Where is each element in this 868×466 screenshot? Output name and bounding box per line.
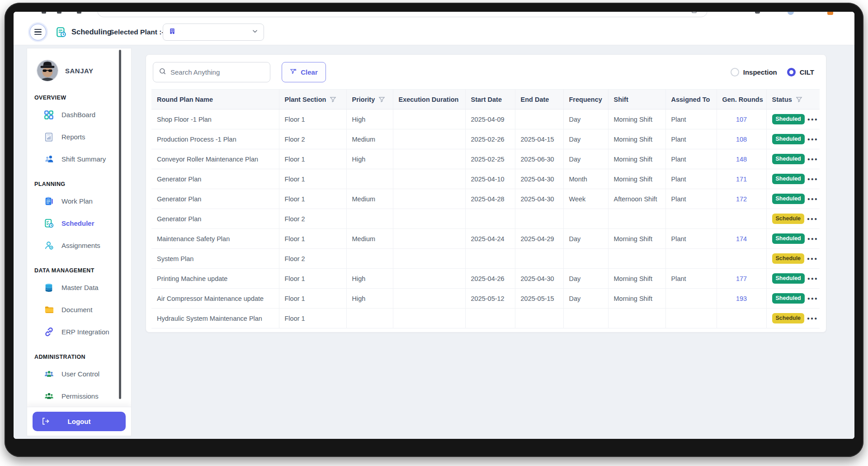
filter-icon[interactable]: [378, 96, 385, 103]
radio-cilt[interactable]: CILT: [787, 68, 814, 76]
sidebar-item-master-data[interactable]: Master Data: [27, 276, 131, 299]
sidebar-item-work-plan[interactable]: Work Plan: [27, 190, 131, 212]
sidebar-item-permissions[interactable]: Permissions: [27, 385, 131, 407]
column-header-label: Status: [772, 96, 792, 103]
cell-duration: [393, 129, 465, 149]
row-actions-button[interactable]: ●●●: [804, 256, 818, 261]
row-actions-button[interactable]: ●●●: [804, 316, 818, 321]
reports-icon: [43, 132, 54, 143]
status-badge[interactable]: Schedule: [772, 253, 805, 264]
cell-start: 2025-04-10: [465, 169, 515, 189]
gen-rounds-link[interactable]: 171: [736, 176, 747, 183]
column-header-plant-section: Plant Section: [279, 90, 346, 109]
column-header-end-date: End Date: [515, 90, 563, 109]
nav-section-label: ADMINISTRATION: [34, 354, 131, 360]
cell-start: 2025-02-25: [465, 149, 515, 169]
gen-rounds-link[interactable]: 108: [736, 136, 747, 143]
status-badge: Sheduled: [772, 233, 805, 244]
cell-duration: [393, 169, 465, 189]
gen-rounds-link[interactable]: 174: [736, 235, 747, 243]
row-actions-button[interactable]: ●●●: [805, 176, 818, 181]
gen-rounds-link[interactable]: 172: [736, 195, 747, 203]
cell-start: [465, 249, 515, 269]
cell-gen-rounds: 171: [717, 169, 766, 189]
row-actions-button[interactable]: ●●●: [805, 276, 818, 281]
cell-duration: [393, 229, 465, 249]
cell-gen-rounds: 172: [717, 189, 766, 209]
sidebar-item-dashboard[interactable]: DashBoard: [27, 104, 131, 126]
cell-assigned: Plant: [665, 129, 717, 149]
cell-gen-rounds: [717, 309, 766, 328]
sidebar-item-erp-integration[interactable]: ERP Integration: [27, 321, 131, 343]
status-badge[interactable]: Schedule: [772, 214, 805, 224]
cell-section: Floor 1: [279, 289, 346, 309]
clear-filter-button[interactable]: Clear: [282, 62, 326, 82]
column-header-label: Frequency: [569, 96, 602, 103]
cell-name: Shop Floor -1 Plan: [151, 109, 279, 129]
browser-profile-avatar: [788, 12, 794, 15]
cell-name: System Plan: [151, 249, 279, 269]
cell-start: 2025-04-24: [465, 229, 515, 249]
radio-circle-checked: [787, 68, 796, 76]
row-actions-button[interactable]: ●●●: [805, 137, 818, 142]
cell-gen-rounds: [717, 209, 766, 229]
radio-inspection[interactable]: Inspection: [731, 68, 777, 76]
filter-icon[interactable]: [330, 96, 336, 103]
sidebar-item-document[interactable]: Document: [27, 299, 131, 321]
cell-gen-rounds: 193: [717, 289, 766, 309]
cell-status: Sheduled●●●: [766, 269, 820, 289]
cell-duration: [393, 249, 465, 269]
search-input[interactable]: [170, 68, 264, 76]
sidebar-scrollbar[interactable]: [119, 50, 121, 399]
cell-status: Schedule●●●: [766, 249, 820, 269]
hamburger-menu-button[interactable]: [29, 24, 47, 41]
sidebar-item-label: ERP Integration: [61, 328, 109, 336]
gen-rounds-link[interactable]: 148: [736, 156, 747, 163]
gen-rounds-link[interactable]: 177: [736, 275, 747, 282]
dashboard-icon: [43, 109, 54, 120]
cell-shift: Morning Shift: [608, 109, 665, 129]
plant-dropdown[interactable]: [163, 24, 264, 41]
logout-button[interactable]: Logout: [33, 412, 126, 431]
sidebar-item-assignments[interactable]: Assignments: [27, 234, 131, 257]
cell-frequency: Day: [563, 149, 608, 169]
row-actions-button[interactable]: ●●●: [805, 296, 818, 301]
cell-status: Schedule●●●: [766, 309, 820, 328]
cell-end: 2025-06-30: [515, 149, 563, 169]
gen-rounds-link[interactable]: 193: [736, 295, 747, 302]
url-bar: [97, 12, 708, 17]
cell-frequency: Day: [563, 269, 608, 289]
sidebar-item-shift-summary[interactable]: Shift Summary: [27, 148, 131, 170]
row-actions-button[interactable]: ●●●: [804, 216, 818, 221]
cell-duration: [393, 209, 465, 229]
cell-end: 2025-04-15: [515, 129, 563, 149]
sidebar-item-scheduler[interactable]: Scheduler: [27, 212, 131, 234]
table-row: Printing Machine updateFloor 1High2025-0…: [151, 269, 820, 289]
bookmark-star-icon: [692, 12, 697, 13]
row-actions-button[interactable]: ●●●: [805, 157, 818, 162]
chevron-down-icon: [252, 28, 258, 36]
shift-summary-icon: [43, 154, 54, 165]
table-header-row: Round Plan NamePlant SectionPriorityExec…: [151, 90, 820, 109]
row-actions-button[interactable]: ●●●: [805, 196, 818, 201]
nav-section-label: PLANNING: [34, 181, 131, 187]
table-row: Generator PlanFloor 2Schedule●●●: [151, 209, 820, 229]
gen-rounds-link[interactable]: 107: [736, 116, 747, 123]
sidebar-item-user-control[interactable]: User Control: [27, 363, 131, 385]
sidebar-item-reports[interactable]: Reports: [27, 126, 131, 148]
cell-frequency: Month: [563, 169, 608, 189]
cell-assigned: Plant: [665, 229, 717, 249]
cell-shift: Morning Shift: [608, 289, 665, 309]
cell-status: Sheduled●●●: [766, 289, 820, 309]
table-row: Hydraulic System Maintenance PlanFloor 1…: [151, 309, 820, 328]
row-actions-button[interactable]: ●●●: [805, 117, 818, 122]
sidebar-item-label: Document: [61, 306, 92, 314]
cell-start: 2025-04-26: [465, 269, 515, 289]
cell-start: 2025-04-09: [465, 109, 515, 129]
cell-duration: [393, 109, 465, 129]
status-badge[interactable]: Schedule: [772, 313, 805, 323]
sidebar-item-label: Scheduler: [61, 219, 94, 227]
row-actions-button[interactable]: ●●●: [805, 236, 818, 241]
status-badge: Sheduled: [772, 134, 805, 144]
filter-icon[interactable]: [796, 96, 802, 103]
